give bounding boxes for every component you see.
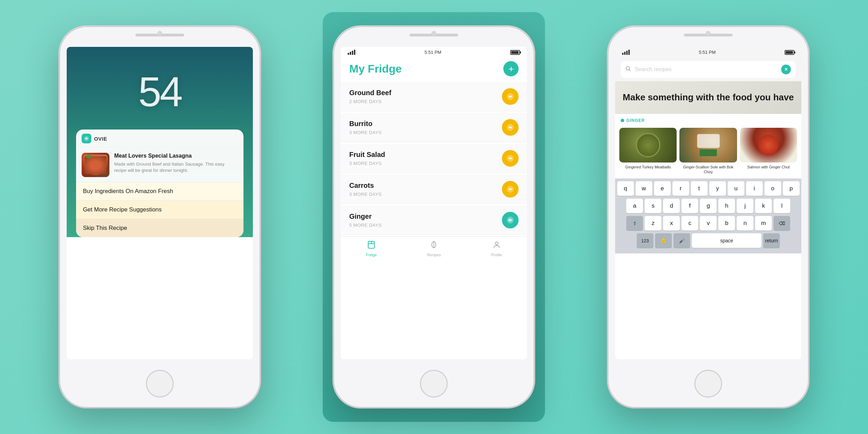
home-button-3[interactable] [694, 370, 722, 398]
fridge-tab-label: Fridge [366, 253, 377, 257]
key-r[interactable]: r [672, 181, 689, 196]
phone-1-screen: 54 OVIE [67, 47, 253, 359]
signal-icon [348, 50, 355, 55]
item-name: Ginger [349, 212, 381, 220]
status-time-2: 5:51 PM [424, 50, 441, 55]
fridge-item-burrito[interactable]: Burrito 3 MORE DAYS [341, 113, 527, 142]
key-j[interactable]: j [737, 199, 753, 213]
recipe-cards: Gingered Turkey Meatballs Ginger-Scallio… [615, 125, 801, 179]
search-input[interactable]: Search recipes [635, 66, 778, 73]
fridge-tab-icon [367, 240, 376, 251]
fridge-item-ginger[interactable]: Ginger 5 MORE DAYS # [341, 206, 527, 235]
keyboard-row-4: 123 🙂 🎤 space return [617, 233, 800, 248]
profile-tab-icon [492, 240, 501, 251]
key-a[interactable]: a [626, 199, 643, 213]
key-o[interactable]: o [764, 181, 781, 196]
item-days: 2 MORE DAYS [349, 99, 381, 104]
item-name: Carrots [349, 182, 381, 190]
battery-icon [510, 50, 520, 55]
key-p[interactable]: p [783, 181, 800, 196]
item-days: 3 MORE DAYS [349, 161, 381, 166]
key-h[interactable]: h [718, 199, 735, 213]
app-name: OVIE [94, 136, 107, 142]
key-t[interactable]: t [691, 181, 708, 196]
key-y[interactable]: y [709, 181, 726, 196]
recipe-card-2[interactable]: Ginger-Scallion Sole with Bok Choy [679, 128, 737, 175]
notification-card[interactable]: OVIE Meat Lovers Special Lasagna Made wi… [76, 130, 243, 237]
key-d[interactable]: d [663, 199, 680, 213]
key-i[interactable]: i [746, 181, 763, 196]
status-time-3: 5:51 PM [699, 50, 716, 55]
recipe-card-1[interactable]: Gingered Turkey Meatballs [619, 128, 677, 175]
fridge-item-fruit-salad[interactable]: Fruit Salad 3 MORE DAYS [341, 144, 527, 173]
emoji-key[interactable]: 🙂 [655, 233, 672, 248]
phone-3: 5:51 PM Search recipes × [607, 26, 809, 408]
fridge-item-ground-beef[interactable]: Ground Beef 2 MORE DAYS [341, 82, 527, 111]
key-m[interactable]: m [755, 216, 772, 231]
buy-ingredients-action[interactable]: Buy Ingredients On Amazon Fresh [76, 182, 243, 200]
add-item-button[interactable]: + [503, 61, 519, 76]
get-suggestions-action[interactable]: Get More Recipe Suggestions [76, 200, 243, 219]
key-f[interactable]: f [681, 199, 698, 213]
ingredient-dot [621, 119, 624, 122]
numbers-key[interactable]: 123 [637, 233, 653, 248]
key-e[interactable]: e [654, 181, 671, 196]
phone-2-screen: 5:51 PM My Fridge + Gro [341, 47, 527, 359]
svg-point-11 [495, 242, 498, 245]
shift-key[interactable]: ⇧ [626, 216, 643, 231]
phone-2: 5:51 PM My Fridge + Gro [333, 26, 535, 408]
app-icon [82, 134, 91, 143]
notification-actions: Buy Ingredients On Amazon Fresh Get More… [76, 182, 243, 237]
phone-1: 54 OVIE [59, 26, 261, 408]
item-days: 5 MORE DAYS [349, 223, 381, 228]
tab-recipes[interactable]: Recipes [427, 240, 441, 257]
search-screen: 5:51 PM Search recipes × [615, 47, 801, 253]
fridge-list: Ground Beef 2 MORE DAYS [341, 82, 527, 236]
home-button[interactable] [146, 370, 174, 398]
item-days: 3 MORE DAYS [349, 192, 381, 197]
recipe-title: Meat Lovers Special Lasagna [114, 153, 238, 159]
key-n[interactable]: n [737, 216, 753, 231]
recipe-card-3[interactable]: Salmon with Ginger Chut [740, 128, 797, 175]
ingredient-label: GINGER [626, 118, 645, 123]
key-k[interactable]: k [755, 199, 772, 213]
home-button-2[interactable] [420, 370, 448, 398]
keyboard-row-2: a s d f g h j k l [617, 199, 800, 213]
space-key[interactable]: space [692, 233, 761, 248]
recipes-tab-icon [429, 240, 438, 251]
key-c[interactable]: c [681, 216, 698, 231]
phone-3-screen: 5:51 PM Search recipes × [615, 47, 801, 359]
backspace-key[interactable]: ⌫ [774, 216, 790, 231]
signal-icon-3 [622, 50, 630, 55]
scene: 54 OVIE [0, 0, 868, 434]
key-g[interactable]: g [700, 199, 717, 213]
freshness-tag [502, 119, 519, 136]
tab-fridge[interactable]: Fridge [366, 240, 377, 257]
key-w[interactable]: w [636, 181, 652, 196]
item-days: 3 MORE DAYS [349, 130, 381, 135]
key-s[interactable]: s [645, 199, 661, 213]
search-bar[interactable]: Search recipes × [621, 61, 796, 78]
key-u[interactable]: u [728, 181, 744, 196]
skip-recipe-action[interactable]: Skip This Recipe [76, 219, 243, 237]
return-key[interactable]: return [763, 233, 780, 248]
key-x[interactable]: x [663, 216, 680, 231]
status-bar-3: 5:51 PM [615, 47, 801, 58]
lock-time: 54 [138, 68, 181, 116]
ingredient-tag-section: GINGER [615, 114, 801, 125]
freshness-tag [502, 181, 519, 198]
key-z[interactable]: z [645, 216, 661, 231]
search-cancel-button[interactable]: × [781, 65, 791, 74]
key-q[interactable]: q [617, 181, 634, 196]
key-v[interactable]: v [700, 216, 717, 231]
key-b[interactable]: b [718, 216, 735, 231]
svg-line-13 [629, 69, 630, 71]
keyboard[interactable]: q w e r t y u i o p a s d [615, 178, 801, 253]
freshness-tag: # [502, 212, 519, 228]
recipe-image-3 [740, 128, 797, 162]
fridge-item-carrots[interactable]: Carrots 3 MORE DAYS [341, 175, 527, 204]
mic-key[interactable]: 🎤 [673, 233, 690, 248]
key-l[interactable]: l [774, 199, 790, 213]
battery-icon-3 [785, 50, 794, 55]
tab-profile[interactable]: Profile [491, 240, 502, 257]
